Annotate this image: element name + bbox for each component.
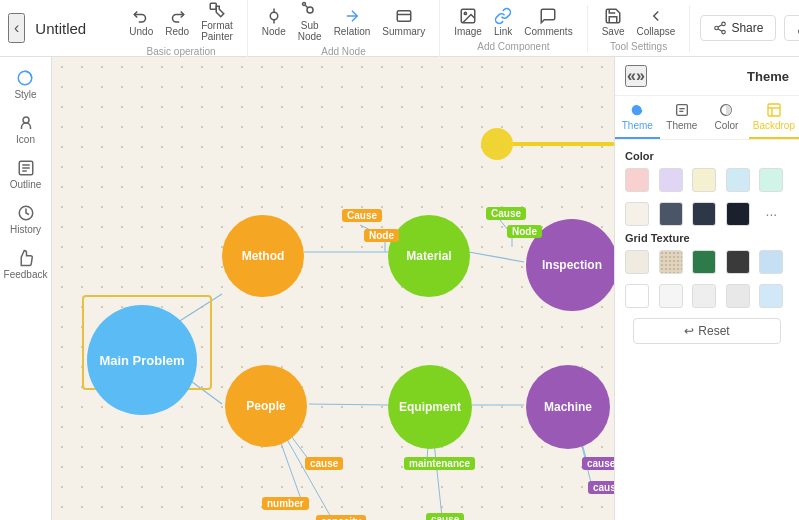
label-cause2: Cause [486,207,526,220]
texture-swatch-dots-medium[interactable] [659,250,683,274]
basic-operation-group: Undo Redo Format Painter Basic operation [125,0,248,57]
svg-rect-46 [677,105,688,116]
texture-swatch-plain3[interactable] [692,284,716,308]
export-button[interactable]: Export [784,15,799,41]
grid-texture-section-title: Grid Texture [625,232,789,244]
label-number1: number [262,497,309,510]
redo-button[interactable]: Redo [161,5,193,39]
sub-node-button[interactable]: Sub Node [294,0,326,44]
color-swatch[interactable] [659,168,683,192]
add-component-group: Image Link Comments Add Component [450,5,588,52]
reset-label: Reset [698,324,729,338]
texture-swatch-blue2[interactable] [759,284,783,308]
left-sidebar: Style Icon Outline History Feedback [0,57,52,520]
label-cause4: cause [426,513,464,520]
color-swatch[interactable] [759,168,783,192]
reset-icon: ↩ [684,324,694,338]
add-node-group: Node Sub Node Relation Summary Add Node [258,0,440,57]
tab-backdrop[interactable]: Backdrop [749,96,799,139]
save-button[interactable]: Save [598,5,629,39]
texture-swatch-dots-light[interactable] [625,250,649,274]
svg-line-32 [469,252,524,262]
texture-swatch-plain2[interactable] [659,284,683,308]
right-panel: «» Theme Theme Theme Color Backdrop [614,57,799,520]
svg-point-18 [23,117,29,123]
sidebar-item-style[interactable]: Style [14,69,36,100]
toolbar-right: Share Export [700,15,799,41]
svg-point-11 [722,22,726,26]
svg-rect-0 [210,3,216,9]
panel-expand-button[interactable]: «» [625,65,647,87]
sidebar-item-icon[interactable]: Icon [16,114,35,145]
main-area: Style Icon Outline History Feedback [0,57,799,520]
color-swatches-row2: ··· [625,202,789,226]
label-capacity1: capacity [316,515,366,520]
label-node1: Node [364,229,399,242]
tab-theme-text[interactable]: Theme [660,96,705,139]
relation-button[interactable]: Relation [330,5,375,39]
panel-header: «» Theme [615,57,799,96]
reset-button[interactable]: ↩ Reset [633,318,781,344]
summary-button[interactable]: Summary [378,5,429,39]
label-cause6: cause [588,481,614,494]
texture-swatch-plain4[interactable] [726,284,750,308]
sidebar-item-feedback[interactable]: Feedback [4,249,48,280]
add-node-buttons: Node Sub Node Relation Summary [258,0,429,44]
texture-swatch-solid-dark[interactable] [726,250,750,274]
node-people[interactable]: People [225,365,307,447]
tab-theme-icon[interactable]: Theme [615,96,660,139]
format-painter-button[interactable]: Format Painter [197,0,237,44]
color-swatch[interactable] [726,168,750,192]
back-button[interactable]: ‹ [8,13,25,43]
comments-button[interactable]: Comments [520,5,576,39]
document-title: Untitled [35,20,115,37]
annotation-arrow [467,119,614,169]
svg-point-10 [464,12,466,14]
toolbar: ‹ Untitled Undo Redo Format Painter Basi… [0,0,799,57]
label-node2: Node [507,225,542,238]
diagram-canvas[interactable]: Main Problem Method Material Inspection … [52,57,614,520]
color-swatch[interactable] [726,202,750,226]
node-material[interactable]: Material [388,215,470,297]
texture-swatch-blue-light[interactable] [759,250,783,274]
svg-line-14 [718,29,722,31]
link-button[interactable]: Link [490,5,516,39]
svg-point-5 [302,3,305,6]
color-swatches-row1 [625,168,789,192]
sidebar-item-outline[interactable]: Outline [10,159,42,190]
label-cause3: cause [305,457,343,470]
sidebar-item-history[interactable]: History [10,204,41,235]
undo-button[interactable]: Undo [125,5,157,39]
node-main-problem[interactable]: Main Problem [87,305,197,415]
color-swatch[interactable] [659,202,683,226]
svg-point-12 [715,26,719,30]
color-swatch[interactable] [625,168,649,192]
node-machine[interactable]: Machine [526,365,610,449]
tab-color[interactable]: Color [704,96,749,139]
node-equipment[interactable]: Equipment [388,365,472,449]
share-button[interactable]: Share [700,15,776,41]
svg-point-42 [481,128,513,160]
basic-operation-buttons: Undo Redo Format Painter [125,0,237,44]
color-swatch[interactable] [692,202,716,226]
texture-swatches-row1 [625,250,789,274]
add-component-buttons: Image Link Comments [450,5,577,39]
svg-line-40 [309,404,388,405]
tool-settings-group: Save Collapse Tool Settings [598,5,691,52]
color-section-title: Color [625,150,789,162]
image-button[interactable]: Image [450,5,486,39]
node-method[interactable]: Method [222,215,304,297]
panel-body: Color ··· Grid Texture [615,140,799,520]
label-cause1: Cause [342,209,382,222]
panel-title: Theme [747,69,789,84]
collapse-button[interactable]: Collapse [632,5,679,39]
label-cause5: cause [582,457,614,470]
node-button[interactable]: Node [258,5,290,39]
texture-swatch-solid-green[interactable] [692,250,716,274]
connector-lines [52,57,614,520]
color-swatch[interactable] [692,168,716,192]
color-swatch[interactable] [625,202,649,226]
texture-swatch-plain[interactable] [625,284,649,308]
share-label: Share [731,21,763,35]
color-more-button[interactable]: ··· [759,202,783,226]
